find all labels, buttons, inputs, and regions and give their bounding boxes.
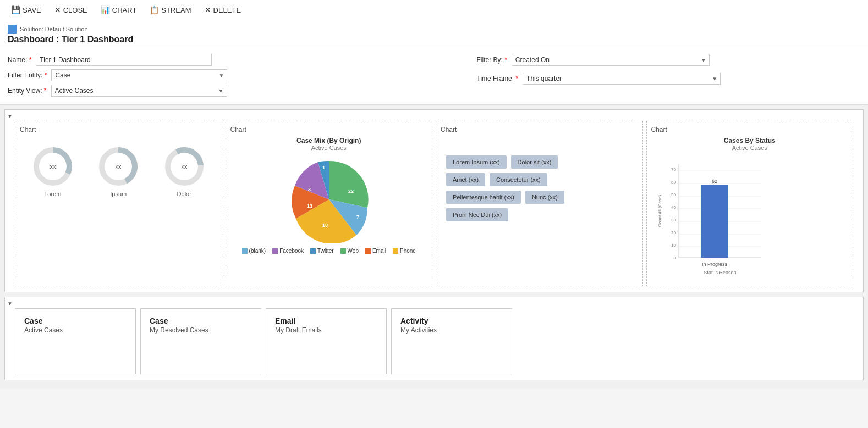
tag-row-2: Amet (xx) Consectetur (xx) [446,173,547,186]
donut-label-2: Ipsum [96,191,140,197]
solution-line: Solution: Default Solution [8,25,860,34]
svg-text:xx: xx [181,163,188,170]
legend-facebook: Facebook [272,248,304,254]
donut-svg-1: xx [31,144,75,188]
svg-text:30: 30 [671,218,676,223]
filter-entity-select[interactable]: Case [51,69,227,81]
chart2-label: Chart [230,126,428,134]
filter-by-label: Filter By: * [477,56,507,64]
section-collapse-icon[interactable]: ▼ [7,113,13,119]
list-card-2-entity: Case [150,316,252,325]
chart-icon: 📊 [101,5,110,14]
time-frame-select[interactable]: This quarter [523,73,721,85]
legend-twitter: Twitter [310,248,333,254]
svg-text:1: 1 [322,165,325,170]
donut-label-3: Dolor [162,191,206,197]
list-card-4-entity: Activity [400,316,503,325]
legend-web: Web [340,248,359,254]
filter-entity-select-wrap: Case ▼ [51,69,227,81]
pie-svg: 22 18 13 3 7 1 [285,155,373,243]
entity-view-label: Entity View: * [8,87,47,95]
tag-btn-amet[interactable]: Amet (xx) [446,173,485,186]
donut-svg-3: xx [162,144,206,188]
delete-icon: ✕ [205,5,211,14]
list-card-4-view: My Activities [400,326,503,334]
chart4-label: Chart [651,126,849,134]
legend-dot-facebook [272,248,278,254]
save-button[interactable]: 💾 SAVE [7,3,46,16]
bar-chart-subtitle: Active Cases [651,144,849,151]
tag-row-1: Lorem Ipsum (xx) Dolor sit (xx) [446,155,558,169]
name-label: Name: * [8,56,31,64]
donut-row: xx Lorem xx Ipsum [20,144,217,197]
svg-text:Status Reason: Status Reason [704,270,736,275]
tag-btn-lorem-ipsum[interactable]: Lorem Ipsum (xx) [446,155,507,169]
page-title: Dashboard : Tier 1 Dashboard [8,35,860,45]
stream-button[interactable]: 📋 STREAM [145,3,195,16]
close-button[interactable]: ✕ CLOSE [50,3,92,16]
svg-text:xx: xx [116,163,122,170]
bar-chart-area: 0 10 20 30 40 50 60 70 [651,153,849,281]
donut-item-1: xx Lorem [31,144,75,197]
list-card-2-view: My Resolved Cases [150,326,252,334]
entity-view-select-wrap: Active Cases ▼ [51,85,227,97]
list-card-2[interactable]: Case My Resolved Cases [140,308,261,374]
list-card-3-entity: Email [275,316,377,325]
chart-button[interactable]: 📊 CHART [96,3,141,16]
filter-by-select-wrap: Created On ▼ [512,54,710,66]
legend-phone: Phone [393,248,416,254]
list-card-3-view: My Draft Emails [275,326,377,334]
svg-text:7: 7 [356,214,359,220]
list-card-3[interactable]: Email My Draft Emails [266,308,387,374]
legend-dot-web [340,248,346,254]
save-icon: 💾 [11,5,20,14]
filter-by-select[interactable]: Created On [512,54,710,66]
tag-btn-nunc[interactable]: Nunc (xx) [525,191,564,204]
list-card-1[interactable]: Case Active Cases [15,308,136,374]
legend-dot-phone [393,248,398,254]
list-card-4[interactable]: Activity My Activities [391,308,512,374]
delete-button[interactable]: ✕ DELETE [200,3,246,16]
pie-title: Case Mix (By Origin) [230,137,428,144]
svg-text:In Progress: In Progress [701,262,727,267]
legend-dot-email [365,248,371,254]
list-card-1-view: Active Cases [24,326,127,334]
name-input[interactable] [36,54,212,66]
chart1-label: Chart [20,126,217,134]
chart3-label: Chart [441,126,638,134]
time-frame-label: Time Frame: * [477,75,519,82]
time-frame-select-wrap: This quarter ▼ [523,73,721,85]
legend-blank: (blank) [242,248,266,254]
donut-item-2: xx Ipsum [96,144,140,197]
filter-entity-label: Filter Entity: * [8,71,47,79]
tag-btn-pellentesque[interactable]: Pellentesque habit (xx) [446,191,521,204]
solution-label: Solution: Default Solution [20,26,88,32]
tag-grid: Lorem Ipsum (xx) Dolor sit (xx) Amet (xx… [441,150,638,227]
chart-box-4: Chart Cases By Status Active Cases 0 10 … [646,121,854,286]
entity-view-select[interactable]: Active Cases [51,85,227,97]
legend-dot-blank [242,248,248,254]
tag-btn-dolor-sit[interactable]: Dolor sit (xx) [511,155,558,169]
svg-text:20: 20 [671,230,676,235]
bar-chart-title: Cases By Status [651,137,849,144]
svg-text:62: 62 [711,179,717,184]
svg-text:13: 13 [307,203,312,209]
pie-area: 22 18 13 3 7 1 [230,155,428,243]
form-area: Name: * Filter Entity: * Case [0,48,868,105]
solution-icon [8,25,17,34]
tag-row-4: Proin Nec Dui (xx) [446,208,508,221]
donut-item-3: xx Dolor [162,144,206,197]
tag-btn-consectetur[interactable]: Consectetur (xx) [490,173,547,186]
toolbar: 💾 SAVE ✕ CLOSE 📊 CHART 📋 STREAM ✕ DELETE [0,0,868,20]
charts-section: ▼ Chart xx Lorem [4,109,864,292]
tag-btn-proin[interactable]: Proin Nec Dui (xx) [446,208,508,221]
svg-text:0: 0 [673,255,676,260]
list-card-1-entity: Case [24,316,127,325]
svg-text:60: 60 [671,180,676,185]
page-header: Solution: Default Solution Dashboard : T… [0,20,868,48]
dashboard-area: ▼ Chart xx Lorem [0,105,868,389]
donut-label-1: Lorem [31,191,75,197]
list-section-collapse-icon[interactable]: ▼ [7,301,13,307]
pie-subtitle: Active Cases [230,144,428,151]
svg-text:xx: xx [50,163,56,170]
